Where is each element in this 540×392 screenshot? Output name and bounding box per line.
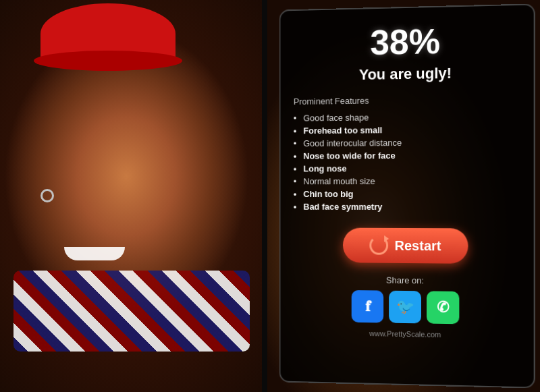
share-whatsapp-button[interactable]: ✆ <box>427 291 459 324</box>
website-url: www.PrettyScale.com <box>369 329 441 339</box>
feature-forehead-too-small: Forehead too small <box>294 122 520 137</box>
share-buttons: 𝐟 🐦 ✆ <box>352 290 460 324</box>
feature-bad-symmetry: Bad face symmetry <box>294 200 520 213</box>
restart-label: Restart <box>395 237 441 253</box>
subject-photo <box>0 0 263 392</box>
feature-chin-too-big: Chin too big <box>294 188 520 200</box>
results-overlay: 38% You are ugly! Prominent Features Goo… <box>279 3 535 388</box>
share-twitter-button[interactable]: 🐦 <box>389 291 421 324</box>
earring <box>40 189 54 202</box>
left-photo-panel <box>0 0 263 392</box>
feature-nose-too-wide: Nose too wide for face <box>294 148 520 163</box>
features-list: Good face shape Forehead too small Good … <box>294 109 520 213</box>
score-percentage: 38% <box>370 21 440 63</box>
share-label: Share on: <box>386 275 424 286</box>
restart-button[interactable]: Restart <box>343 228 468 264</box>
share-section: Share on: 𝐟 🐦 ✆ <box>352 275 460 324</box>
verdict-text: You are ugly! <box>359 65 452 84</box>
red-hat <box>40 3 176 64</box>
feature-good-interocular: Good interocular distance <box>294 136 520 150</box>
feature-long-nose: Long nose <box>294 161 520 175</box>
features-section: Prominent Features Good face shape Foreh… <box>294 94 520 214</box>
whatsapp-icon: ✆ <box>437 299 449 316</box>
feature-normal-mouth: Normal mouth size <box>294 175 520 188</box>
share-facebook-button[interactable]: 𝐟 <box>352 290 383 323</box>
right-results-panel: 38% You are ugly! Prominent Features Goo… <box>263 0 540 392</box>
features-title: Prominent Features <box>294 94 520 107</box>
scarf <box>14 271 250 352</box>
panel-divider <box>262 0 267 392</box>
facebook-icon: 𝐟 <box>365 298 370 315</box>
smile <box>64 247 125 260</box>
twitter-icon: 🐦 <box>396 298 414 316</box>
restart-icon <box>369 236 388 255</box>
